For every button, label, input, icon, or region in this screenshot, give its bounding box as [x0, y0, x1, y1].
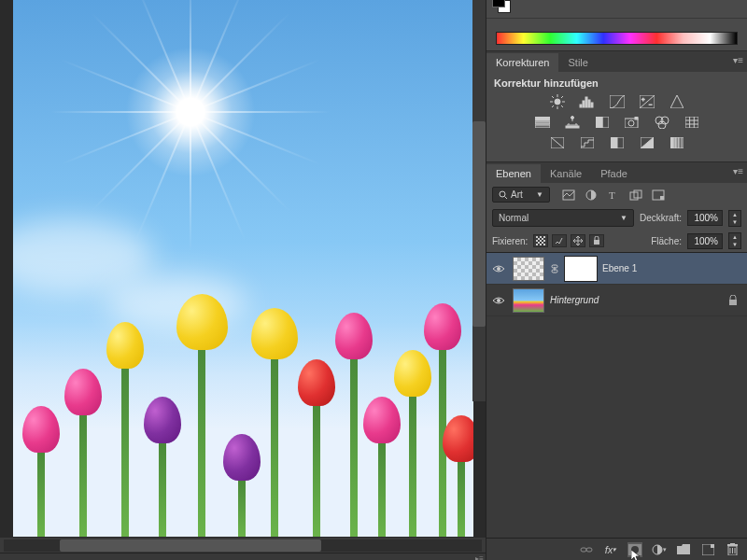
lock-pixels-icon[interactable] [552, 234, 567, 247]
new-group-icon[interactable] [676, 542, 691, 557]
mask-link-icon[interactable] [550, 264, 559, 273]
layer-effects-icon[interactable]: fx▾ [603, 542, 618, 557]
svg-point-0 [555, 99, 560, 105]
vertical-scrollbar-thumb[interactable] [472, 121, 486, 327]
exposure-icon[interactable]: +− [638, 94, 656, 109]
tab-korrekturen[interactable]: Korrekturen [486, 53, 558, 72]
svg-rect-27 [635, 117, 638, 119]
svg-line-5 [552, 96, 554, 98]
opacity-input[interactable]: 100% [687, 210, 723, 226]
svg-rect-64 [729, 300, 737, 305]
fill-label: Fläche: [651, 236, 682, 246]
svg-text:T: T [609, 189, 615, 201]
blend-mode-select[interactable]: Normal ▼ [492, 209, 634, 227]
svg-point-68 [631, 546, 639, 553]
levels-icon[interactable] [578, 94, 597, 109]
curves-icon[interactable] [608, 94, 627, 109]
svg-rect-24 [602, 117, 609, 128]
channel-mixer-icon[interactable] [653, 115, 671, 130]
visibility-toggle-icon[interactable] [490, 264, 507, 273]
search-icon [499, 190, 508, 200]
posterize-icon[interactable] [578, 135, 597, 150]
filter-shape-icon[interactable] [628, 189, 643, 202]
svg-rect-72 [727, 544, 738, 546]
tab-kanaele[interactable]: Kanäle [541, 164, 591, 183]
canvas-viewport[interactable] [0, 0, 486, 537]
filter-smartobject-icon[interactable] [651, 189, 666, 202]
svg-rect-23 [596, 117, 602, 128]
gradient-map-icon[interactable] [668, 135, 686, 150]
panel-menu-icon[interactable]: ▾≡ [733, 55, 743, 65]
add-mask-icon[interactable] [627, 542, 642, 557]
svg-rect-10 [583, 101, 585, 107]
invert-icon[interactable] [548, 135, 567, 150]
svg-line-47 [505, 196, 508, 199]
fill-input[interactable]: 100% [687, 233, 723, 249]
lock-transparency-icon[interactable] [533, 234, 548, 247]
layer-row[interactable]: Ebene 1 [486, 253, 747, 285]
opacity-label: Deckkraft: [640, 213, 682, 223]
foreground-background-swatches[interactable] [492, 0, 513, 15]
mask-thumbnail[interactable] [565, 257, 597, 281]
layer-thumbnail[interactable] [513, 288, 544, 313]
lock-all-icon[interactable] [589, 234, 604, 247]
new-adjustment-layer-icon[interactable]: ▾ [652, 542, 667, 557]
svg-line-8 [561, 96, 563, 98]
visibility-toggle-icon[interactable] [490, 296, 507, 305]
horizontal-scrollbar[interactable] [0, 537, 486, 553]
vertical-scrollbar[interactable] [472, 0, 486, 401]
layer-name-label[interactable]: Ebene 1 [602, 263, 637, 273]
lock-position-icon[interactable] [571, 234, 585, 247]
opacity-stepper[interactable]: ▲▼ [728, 210, 741, 227]
vibrance-icon[interactable] [668, 94, 686, 109]
layers-panel: Ebenen Kanäle Pfade ▾≡ Art ▼ T [486, 161, 747, 560]
svg-point-63 [497, 299, 500, 302]
chevron-down-icon: ▼ [620, 214, 627, 222]
svg-rect-39 [611, 137, 617, 148]
svg-rect-45 [679, 137, 682, 148]
link-layers-icon[interactable] [579, 542, 594, 557]
panel-collapse-strip[interactable]: ▸≡ [0, 553, 486, 560]
svg-rect-12 [588, 100, 590, 107]
right-sidebar: Korrekturen Stile ▾≡ Korrektur hinzufüge… [486, 0, 747, 560]
svg-point-26 [628, 120, 634, 126]
threshold-icon[interactable] [608, 135, 627, 150]
svg-point-21 [571, 117, 573, 119]
adjustments-title: Korrektur hinzufügen [494, 77, 740, 89]
filter-pixel-icon[interactable] [561, 189, 576, 202]
layers-list: Ebene 1Hintergrund [486, 252, 747, 538]
document-image [13, 0, 473, 537]
chevron-down-icon: ▼ [536, 190, 543, 199]
bw-icon[interactable] [593, 115, 612, 130]
svg-line-6 [561, 105, 563, 107]
tab-ebenen[interactable]: Ebenen [486, 164, 541, 183]
svg-rect-20 [535, 125, 550, 128]
color-balance-icon[interactable] [563, 115, 582, 130]
new-layer-icon[interactable] [700, 542, 715, 557]
svg-rect-66 [586, 548, 592, 552]
layer-thumbnail[interactable] [513, 257, 544, 281]
selective-color-icon[interactable] [638, 135, 656, 150]
photo-filter-icon[interactable] [623, 115, 641, 130]
layer-filter-select[interactable]: Art ▼ [492, 187, 550, 203]
brightness-icon[interactable] [548, 94, 567, 109]
svg-text:+: + [641, 96, 645, 102]
color-lookup-icon[interactable] [683, 115, 701, 130]
tab-pfade[interactable]: Pfade [591, 164, 637, 183]
hue-icon[interactable] [533, 115, 552, 130]
svg-rect-31 [685, 117, 698, 128]
tab-stile[interactable]: Stile [558, 53, 597, 72]
svg-point-59 [497, 267, 500, 271]
fill-stepper[interactable]: ▲▼ [728, 232, 741, 249]
svg-rect-22 [566, 126, 579, 128]
horizontal-scrollbar-thumb[interactable] [60, 539, 321, 552]
delete-layer-icon[interactable] [725, 542, 740, 557]
filter-adjustment-icon[interactable] [584, 189, 599, 202]
layer-name-label[interactable]: Hintergrund [550, 295, 599, 305]
panel-menu-icon[interactable]: ▾≡ [733, 166, 743, 176]
foreground-color-swatch[interactable] [492, 0, 505, 7]
layer-row[interactable]: Hintergrund [486, 285, 747, 316]
filter-type-icon[interactable]: T [606, 189, 621, 202]
color-spectrum[interactable] [496, 32, 738, 45]
svg-rect-55 [536, 236, 545, 245]
